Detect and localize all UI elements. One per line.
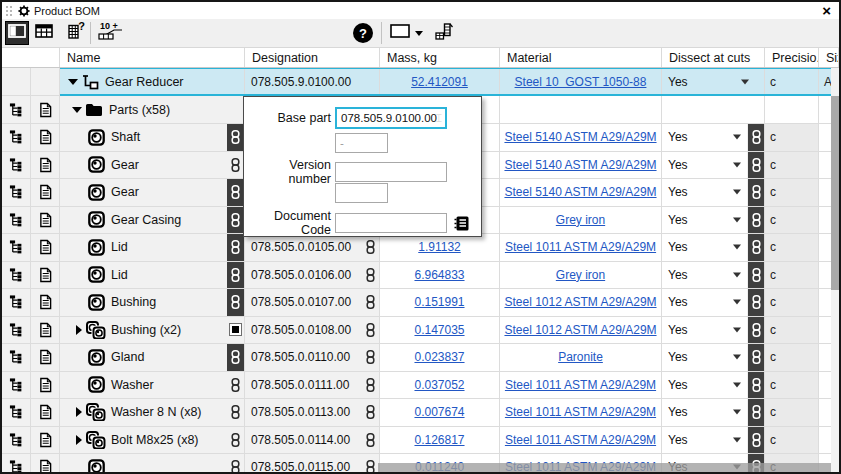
table-view-button[interactable] [32, 21, 56, 45]
document-icon[interactable] [39, 404, 52, 420]
mass-link[interactable]: 0.037052 [414, 378, 464, 392]
chain-link-icon[interactable] [366, 295, 375, 309]
tree-structure-icon[interactable] [9, 212, 24, 228]
tree-structure-icon[interactable] [9, 157, 24, 173]
document-cell[interactable] [31, 317, 60, 345]
document-icon[interactable] [39, 267, 52, 283]
tree-structure-cell[interactable] [2, 399, 31, 427]
horizontal-scrollbar-thumb[interactable] [378, 463, 831, 472]
chain-link-icon[interactable] [747, 234, 764, 261]
renumber-positions-button[interactable]: 10 + [97, 21, 127, 45]
document-cell[interactable] [31, 152, 60, 180]
chain-link-icon[interactable] [227, 179, 244, 206]
tree-structure-cell[interactable] [2, 454, 31, 472]
chevron-down-icon[interactable] [733, 245, 741, 250]
chain-link-icon[interactable] [366, 433, 375, 447]
dissect-dropdown-value[interactable]: Yes [662, 185, 688, 199]
name-cell[interactable]: Bushing [60, 289, 245, 317]
chain-link-icon[interactable] [366, 323, 375, 337]
dissect-cell[interactable]: Yes [662, 289, 765, 317]
header-designation[interactable]: Designation [245, 48, 380, 67]
chain-link-icon[interactable] [227, 289, 244, 316]
table-row[interactable]: Bushing (x2)078.505.0.0108.000.147035Ste… [2, 317, 839, 345]
dissect-dropdown-value[interactable]: Yes [662, 323, 688, 337]
chevron-down-icon[interactable] [733, 162, 741, 167]
chain-link-icon[interactable] [227, 207, 244, 234]
tree-structure-icon[interactable] [9, 459, 24, 472]
material-link[interactable]: Grey iron [556, 213, 605, 227]
dissect-cell[interactable]: Yes [662, 152, 765, 180]
document-cell[interactable] [31, 344, 60, 372]
name-cell[interactable]: Lid [60, 234, 245, 262]
name-cell[interactable]: Gear Reducer [60, 68, 245, 96]
mass-link[interactable]: 6.964833 [414, 268, 464, 282]
close-icon[interactable]: × [822, 5, 831, 17]
tree-structure-icon[interactable] [9, 322, 24, 338]
document-icon[interactable] [39, 294, 52, 310]
dissect-dropdown-value[interactable]: Yes [662, 378, 688, 392]
mass-link[interactable]: 0.147035 [414, 323, 464, 337]
table-row[interactable]: Bolt M8x25 (x8)078.505.0.0114.000.126817… [2, 427, 839, 455]
chain-link-icon[interactable] [227, 124, 244, 151]
chevron-down-icon[interactable] [733, 410, 741, 415]
document-cell[interactable] [31, 207, 60, 235]
chevron-down-icon[interactable] [733, 437, 741, 442]
document-icon[interactable] [39, 349, 52, 365]
chain-link-icon[interactable] [366, 350, 375, 364]
document-cell[interactable] [31, 399, 60, 427]
tree-structure-cell[interactable] [2, 96, 31, 124]
dissect-dropdown-value[interactable]: Yes [662, 295, 688, 309]
vertical-scrollbar-thumb[interactable] [831, 96, 839, 290]
dissect-dropdown-value[interactable]: Yes [662, 350, 688, 364]
table-row[interactable]: Lid078.505.0.0105.001.91132Steel 1011 AS… [2, 234, 839, 262]
table-row[interactable]: Gear Reducer078.505.9.0100.0052.412091St… [2, 68, 839, 96]
chevron-down-icon[interactable] [733, 355, 741, 360]
tree-structure-icon[interactable] [9, 377, 24, 393]
precision-cell[interactable]: c [765, 372, 819, 400]
mass-link[interactable]: 0.023837 [414, 350, 464, 364]
tree-structure-cell[interactable] [2, 68, 31, 96]
chevron-down-icon[interactable] [733, 327, 741, 332]
chain-link-icon[interactable] [747, 289, 764, 316]
dissect-cell[interactable]: Yes [662, 179, 765, 207]
material-link[interactable]: Grey iron [556, 268, 605, 282]
precision-cell[interactable]: c [765, 427, 819, 455]
material-link[interactable]: Steel 1012 ASTM A29/A29M [504, 295, 656, 309]
tree-structure-cell[interactable] [2, 207, 31, 235]
document-icon[interactable] [39, 157, 52, 173]
chevron-down-icon[interactable] [733, 217, 741, 222]
document-cell[interactable] [31, 289, 60, 317]
material-link[interactable]: Steel 1011 ASTM A29/A29M [505, 405, 656, 419]
designation-cell[interactable]: 078.505.0.0105.00 [245, 234, 380, 262]
header-mass[interactable]: Mass, kg [380, 48, 500, 67]
tree-structure-icon[interactable] [9, 349, 24, 365]
chevron-down-icon[interactable] [733, 135, 741, 140]
precision-cell[interactable]: c [765, 262, 819, 290]
material-link[interactable]: Steel 5140 ASTM A29/A29M [504, 130, 656, 144]
expand-arrow-icon[interactable] [68, 79, 78, 85]
chain-link-icon[interactable] [747, 399, 764, 426]
document-icon[interactable] [39, 184, 52, 200]
dissect-dropdown-value[interactable]: Yes [662, 405, 688, 419]
table-row[interactable]: Gland078.505.0.0110.000.023837ParoniteYe… [2, 344, 839, 372]
name-cell[interactable]: Lid [60, 262, 245, 290]
document-icon[interactable] [39, 432, 52, 448]
designation-cell[interactable]: 078.505.0.0110.00 [245, 344, 380, 372]
chain-link-icon[interactable] [227, 152, 244, 179]
document-code-input[interactable] [335, 213, 447, 233]
name-cell[interactable]: Washer 8 N (x8) [60, 399, 245, 427]
dissect-dropdown-value[interactable]: Yes [662, 130, 688, 144]
chain-link-icon[interactable] [227, 262, 244, 289]
header-material[interactable]: Material [500, 48, 662, 67]
document-cell[interactable] [31, 427, 60, 455]
tree-structure-icon[interactable] [9, 239, 24, 255]
precision-cell[interactable]: c [765, 317, 819, 345]
tree-structure-cell[interactable] [2, 372, 31, 400]
tree-structure-icon[interactable] [9, 267, 24, 283]
designation-cell[interactable]: 078.505.0.0107.00 [245, 289, 380, 317]
chain-link-icon[interactable] [747, 317, 764, 344]
tree-structure-icon[interactable] [9, 102, 24, 118]
material-link[interactable]: Steel 5140 ASTM A29/A29M [504, 185, 656, 199]
header-name[interactable]: Name [60, 48, 245, 67]
chain-link-icon[interactable] [747, 179, 764, 206]
